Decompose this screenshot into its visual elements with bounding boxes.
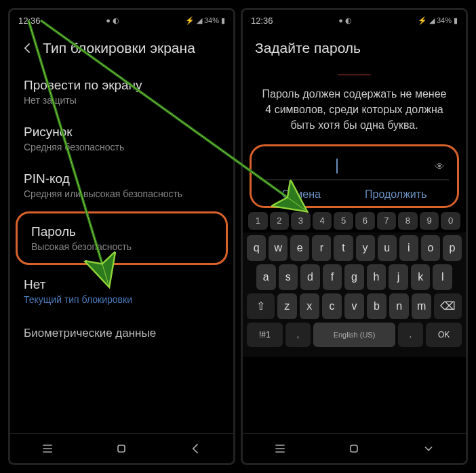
numkey-0[interactable]: 0 xyxy=(441,212,460,230)
key-h[interactable]: h xyxy=(367,264,386,290)
numkey-3[interactable]: 3 xyxy=(291,212,311,230)
lock-option-none[interactable]: Нет Текущий тип блокировки xyxy=(10,268,233,314)
key-r[interactable]: r xyxy=(312,235,331,261)
svg-rect-1 xyxy=(351,445,357,452)
lock-type-list: Провести по экрану Нет защиты Рисунок Ср… xyxy=(10,68,233,433)
key-p[interactable]: p xyxy=(443,235,462,261)
key-row-2: asdfghjkl xyxy=(247,264,462,290)
key-m[interactable]: m xyxy=(412,293,431,319)
key-v[interactable]: v xyxy=(344,293,364,319)
status-left-icons: ● ◐ xyxy=(338,16,352,25)
numkey-8[interactable]: 8 xyxy=(398,212,418,230)
password-field[interactable]: 👁 xyxy=(260,153,449,180)
home-icon[interactable] xyxy=(347,442,361,455)
toggle-visibility-icon[interactable]: 👁 xyxy=(435,161,445,172)
nav-bar xyxy=(10,433,233,463)
header-title: Тип блокировки экрана xyxy=(43,40,195,56)
key-d[interactable]: d xyxy=(300,264,320,290)
status-bar: 12:36 ● ◐ ⚡ ◢ 34% ▮ xyxy=(10,10,233,30)
phone-right: 12:36 ● ◐ ⚡ ◢ 34% ▮ Задайте пароль ——— П… xyxy=(241,8,468,465)
keyboard: qwertyuiop asdfghjkl ⇧zxcvbnm⌫ !#1 , Eng… xyxy=(243,232,466,357)
ok-key[interactable]: OK xyxy=(426,323,462,347)
key-x[interactable]: x xyxy=(300,293,319,319)
key-u[interactable]: u xyxy=(378,235,397,261)
status-time: 12:36 xyxy=(251,16,273,26)
password-hint-red: ——— xyxy=(243,63,466,83)
number-row: 1234567890 xyxy=(243,208,466,232)
status-time: 12:36 xyxy=(18,16,41,26)
numkey-2[interactable]: 2 xyxy=(270,212,290,230)
key-l[interactable]: l xyxy=(433,264,452,290)
key-w[interactable]: w xyxy=(269,235,287,261)
key-t[interactable]: t xyxy=(334,235,353,261)
screen-header: Тип блокировки экрана xyxy=(10,30,233,68)
key-y[interactable]: y xyxy=(356,235,375,261)
shift-key[interactable]: ⇧ xyxy=(247,293,275,319)
lock-option-pattern[interactable]: Рисунок Средняя безопасность xyxy=(10,115,233,162)
key-s[interactable]: s xyxy=(279,264,298,290)
backspace-key[interactable]: ⌫ xyxy=(434,293,462,319)
svg-rect-0 xyxy=(118,445,125,452)
status-right-icons: ⚡ ◢ 34% ▮ xyxy=(185,16,225,25)
key-f[interactable]: f xyxy=(323,264,342,290)
back-nav-icon[interactable] xyxy=(189,442,203,455)
lock-option-pin[interactable]: PIN-код Средняя или высокая безопасность xyxy=(10,162,233,209)
numeric-key[interactable]: !#1 xyxy=(247,323,283,347)
key-row-4: !#1 , English (US) . OK xyxy=(247,323,462,347)
comma-key[interactable]: , xyxy=(285,323,311,347)
lock-option-swipe[interactable]: Провести по экрану Нет защиты xyxy=(10,68,233,115)
password-hint: Пароль должен содержать не менее 4 симво… xyxy=(243,83,466,140)
phone-left: 12:36 ● ◐ ⚡ ◢ 34% ▮ Тип блокировки экран… xyxy=(8,8,235,465)
key-e[interactable]: e xyxy=(290,235,309,261)
password-input-block: 👁 Отмена Продолжить xyxy=(250,144,459,208)
lock-option-password[interactable]: Пароль Высокая безопасность xyxy=(16,211,228,265)
key-i[interactable]: i xyxy=(399,235,418,261)
key-b[interactable]: b xyxy=(367,293,386,319)
key-n[interactable]: n xyxy=(389,293,409,319)
key-c[interactable]: c xyxy=(322,293,342,319)
key-row-1: qwertyuiop xyxy=(247,235,462,261)
button-row: Отмена Продолжить xyxy=(260,180,449,206)
key-o[interactable]: o xyxy=(421,235,440,261)
numkey-9[interactable]: 9 xyxy=(420,212,439,230)
recents-icon[interactable] xyxy=(41,442,54,455)
key-row-3: ⇧zxcvbnm⌫ xyxy=(247,293,462,319)
numkey-5[interactable]: 5 xyxy=(334,212,353,230)
home-icon[interactable] xyxy=(115,442,128,455)
key-g[interactable]: g xyxy=(344,264,364,290)
dot-key[interactable]: . xyxy=(398,323,424,347)
key-j[interactable]: j xyxy=(389,264,408,290)
recents-icon[interactable] xyxy=(273,442,287,455)
biometrics-section: Биометрические данные xyxy=(10,314,233,344)
back-icon[interactable] xyxy=(21,41,35,55)
key-z[interactable]: z xyxy=(277,293,297,319)
nav-bar xyxy=(243,433,466,463)
status-bar: 12:36 ● ◐ ⚡ ◢ 34% ▮ xyxy=(243,10,466,30)
key-k[interactable]: k xyxy=(411,264,431,290)
text-cursor xyxy=(336,159,338,173)
cancel-button[interactable]: Отмена xyxy=(282,188,321,201)
status-left-icons: ● ◐ xyxy=(106,16,119,25)
continue-button[interactable]: Продолжить xyxy=(365,188,427,201)
status-right-icons: ⚡ ◢ 34% ▮ xyxy=(418,16,458,25)
numkey-1[interactable]: 1 xyxy=(248,212,268,230)
key-a[interactable]: a xyxy=(256,264,276,290)
header-title: Задайте пароль xyxy=(243,30,466,63)
numkey-4[interactable]: 4 xyxy=(313,212,332,230)
keyboard-hide-icon[interactable] xyxy=(422,442,435,455)
key-q[interactable]: q xyxy=(247,235,266,261)
space-key[interactable]: English (US) xyxy=(313,323,395,347)
numkey-7[interactable]: 7 xyxy=(377,212,397,230)
numkey-6[interactable]: 6 xyxy=(355,212,375,230)
